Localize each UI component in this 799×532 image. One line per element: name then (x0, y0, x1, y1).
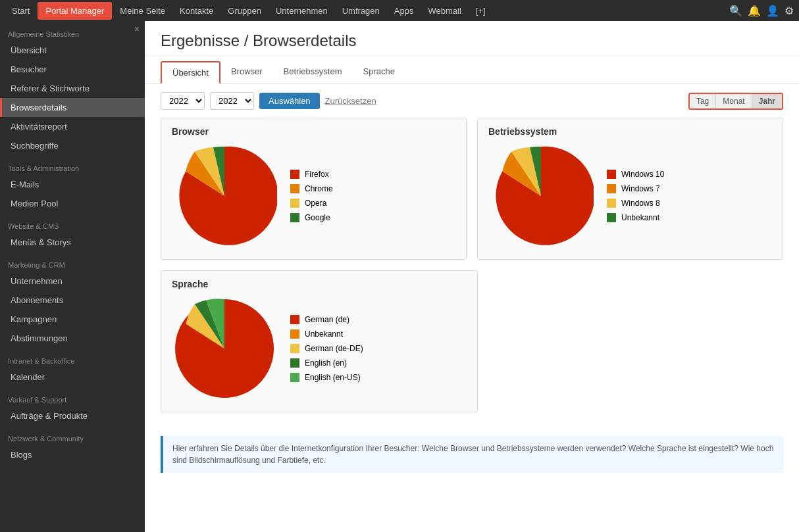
os-chart-title: Betriebssystem (488, 126, 772, 137)
sidebar-section-marketing: Marketing & CRM (0, 252, 145, 272)
legend-item-win10: Windows 10 (607, 170, 664, 179)
time-btn-tag[interactable]: Tag (690, 94, 716, 109)
sidebar-section-tools: Tools & Administration (0, 155, 145, 175)
sidebar-item-abstimmungen[interactable]: Abstimmungen (0, 329, 145, 348)
sidebar-section-website: Website & CMS (0, 213, 145, 233)
legend-item-chrome: Chrome (290, 184, 333, 193)
nav-icons-right: 🔍 🔔 👤 ⚙ (729, 5, 794, 17)
legend-item-unknown-os: Unbekannt (607, 213, 664, 222)
search-icon[interactable]: 🔍 (729, 5, 742, 17)
nav-umfragen[interactable]: Umfragen (336, 3, 386, 18)
time-btn-jahr[interactable]: Jahr (752, 94, 782, 109)
legend-item-english-en-us: English (en-US) (290, 373, 363, 382)
sidebar-item-aktivitaetsreport[interactable]: Aktivitätsreport (0, 117, 145, 136)
nav-unternehmen[interactable]: Unternehmen (269, 3, 334, 18)
sidebar-item-uebersicht[interactable]: Übersicht (0, 41, 145, 60)
tab-sprache[interactable]: Sprache (352, 61, 405, 84)
nav-webmail[interactable]: Webmail (421, 3, 467, 18)
sidebar-item-abonnements[interactable]: Abonnements (0, 291, 145, 310)
tab-betriebssystem[interactable]: Betriebssystem (273, 61, 353, 84)
charts-area: Browser (145, 118, 799, 431)
browser-pie (172, 143, 277, 249)
legend-item-google: Google (290, 213, 333, 222)
nav-meine-seite[interactable]: Meine Seite (113, 3, 172, 18)
controls-bar: 202220212020 202220212020 Auswählen Zurü… (145, 84, 799, 118)
charts-row-1: Browser (161, 118, 783, 260)
page-title: Ergebnisse / Browserdetails (161, 32, 783, 50)
browser-chart-card: Browser (161, 118, 467, 260)
tab-uebersicht[interactable]: Übersicht (161, 61, 220, 84)
user-icon[interactable]: 👤 (766, 5, 779, 17)
os-pie (488, 143, 594, 249)
top-navigation: Start Portal Manager Meine Seite Kontakt… (0, 0, 799, 21)
sidebar-item-referer[interactable]: Referer & Stichworte (0, 79, 145, 98)
nav-items-left: Start Portal Manager Meine Seite Kontakt… (5, 2, 492, 20)
info-footer: Hier erfahren Sie Details über die Inter… (161, 436, 783, 473)
nav-gruppen[interactable]: Gruppen (221, 3, 268, 18)
browser-chart-title: Browser (172, 126, 455, 137)
tab-browser[interactable]: Browser (220, 61, 273, 84)
year-select-2[interactable]: 202220212020 (210, 92, 254, 110)
sidebar-item-auftraege[interactable]: Aufträge & Produkte (0, 406, 145, 425)
legend-item-opera: Opera (290, 199, 333, 208)
controls-left: 202220212020 202220212020 Auswählen Zurü… (161, 92, 376, 110)
legend-item-german-de-de: German (de-DE) (290, 344, 363, 353)
sidebar-close-button[interactable]: × (134, 24, 140, 34)
tab-bar: Übersicht Browser Betriebssystem Sprache (145, 56, 799, 84)
sidebar-item-suchbegriffe[interactable]: Suchbegriffe (0, 136, 145, 155)
main-content: Ergebnisse / Browserdetails Übersicht Br… (145, 21, 799, 532)
sidebar-item-medien-pool[interactable]: Medien Pool (0, 194, 145, 213)
nav-kontakte[interactable]: Kontakte (173, 3, 220, 18)
legend-item-unknown-lang: Unbekannt (290, 329, 363, 339)
reset-button[interactable]: Zurücksetzen (325, 96, 376, 106)
browser-chart-inner: Firefox Chrome Opera (172, 143, 455, 249)
nav-start[interactable]: Start (5, 3, 36, 18)
language-chart-card: Sprache (161, 270, 478, 412)
notification-icon[interactable]: 🔔 (748, 5, 761, 17)
settings-icon[interactable]: ⚙ (785, 5, 794, 17)
legend-item-german-de: German (de) (290, 315, 363, 324)
language-chart-inner: German (de) Unbekannt German (de-DE) (172, 296, 467, 401)
legend-item-english-en: English (en) (290, 358, 363, 368)
sidebar-item-besucher[interactable]: Besucher (0, 60, 145, 79)
sidebar-item-emails[interactable]: E-Mails (0, 175, 145, 194)
sidebar-section-general-stats: Allgemeine Statistiken (0, 21, 145, 41)
sidebar-item-menus-storys[interactable]: Menüs & Storys (0, 233, 145, 252)
select-button[interactable]: Auswählen (259, 93, 320, 109)
sidebar-item-blogs[interactable]: Blogs (0, 445, 145, 464)
os-chart-inner: Windows 10 Windows 7 Windows 8 (488, 143, 772, 249)
info-footer-text: Hier erfahren Sie Details über die Inter… (172, 444, 773, 465)
sidebar-item-kampagnen[interactable]: Kampagnen (0, 310, 145, 329)
sidebar-item-unternehmen[interactable]: Unternehmen (0, 272, 145, 291)
legend-item-win7: Windows 7 (607, 184, 664, 193)
sidebar-item-kalender[interactable]: Kalender (0, 368, 145, 387)
language-pie (172, 296, 277, 401)
language-legend: German (de) Unbekannt German (de-DE) (290, 315, 363, 382)
language-chart-title: Sprache (172, 279, 467, 289)
nav-plus[interactable]: [+] (469, 3, 492, 18)
year-select-1[interactable]: 202220212020 (161, 92, 205, 110)
nav-portal-manager[interactable]: Portal Manager (38, 2, 112, 20)
nav-apps[interactable]: Apps (388, 3, 421, 18)
sidebar-item-browserdetails[interactable]: Browserdetails (0, 98, 145, 117)
sidebar-section-netzwerk: Netzwerk & Community (0, 425, 145, 445)
legend-item-win8: Windows 8 (607, 199, 664, 208)
sidebar-section-intranet: Intranet & Backoffice (0, 348, 145, 368)
charts-row-2: Sprache (161, 270, 783, 412)
main-layout: × Allgemeine Statistiken Übersicht Besuc… (0, 21, 799, 532)
browser-legend: Firefox Chrome Opera (290, 170, 333, 222)
legend-item-firefox: Firefox (290, 170, 333, 179)
sidebar-section-verkauf: Verkauf & Support (0, 387, 145, 406)
time-btn-monat[interactable]: Monat (716, 94, 752, 109)
controls-right: Tag Monat Jahr (688, 93, 783, 110)
page-header: Ergebnisse / Browserdetails (145, 21, 799, 56)
time-period-group: Tag Monat Jahr (688, 93, 783, 110)
sidebar: × Allgemeine Statistiken Übersicht Besuc… (0, 21, 145, 532)
os-chart-card: Betriebssystem (477, 118, 783, 260)
os-legend: Windows 10 Windows 7 Windows 8 (607, 170, 664, 222)
